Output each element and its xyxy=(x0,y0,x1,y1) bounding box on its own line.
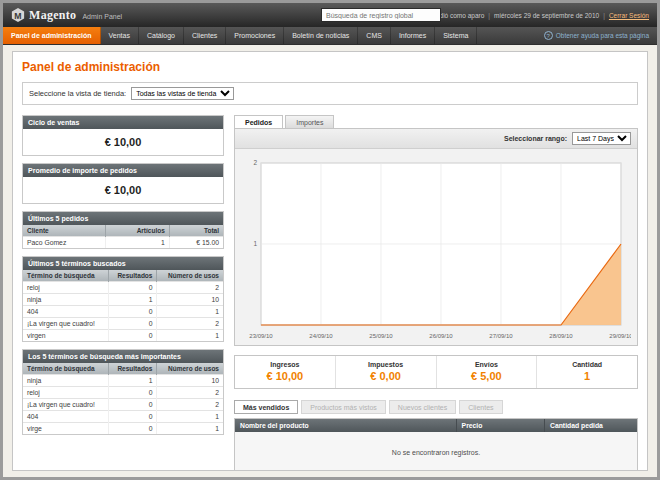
table-row[interactable]: 40401 xyxy=(23,411,223,423)
table-cell: 404 xyxy=(23,411,108,423)
svg-text:26/09/10: 26/09/10 xyxy=(429,333,453,339)
total-stat: Envíos€ 5,00 xyxy=(437,356,538,388)
nav-item[interactable]: Sistema xyxy=(435,27,477,44)
store-view-bar: Seleccione la vista de tienda: Todas las… xyxy=(22,82,638,105)
table-cell: 1 xyxy=(105,237,169,249)
logout-link[interactable]: Cerrar Sesión xyxy=(609,12,649,19)
panel-title: Ciclo de ventas xyxy=(23,116,223,129)
table-cell: virge xyxy=(23,423,108,435)
panel-title: Últimos 5 términos buscados xyxy=(23,257,223,270)
table-cell: € 15.00 xyxy=(169,237,223,249)
table-cell: 10 xyxy=(157,375,223,387)
orders-chart: 1223/09/1024/09/1025/09/1026/09/1027/09/… xyxy=(241,155,631,343)
table-cell: ninja xyxy=(23,375,108,387)
nav-item[interactable]: Clientes xyxy=(184,27,226,44)
column-header: Resultados xyxy=(108,363,157,375)
table-row[interactable]: reloj02 xyxy=(23,282,223,294)
table-cell: virgen xyxy=(23,330,108,342)
bottom-tab[interactable]: Más vendidos xyxy=(234,400,298,414)
column-header: Nombre del producto xyxy=(235,419,456,432)
svg-text:1: 1 xyxy=(253,240,257,247)
column-header: Número de usos xyxy=(157,363,223,375)
help-icon: ? xyxy=(544,31,553,40)
content-background: Panel de administración Seleccione la vi… xyxy=(3,45,657,477)
table-cell: 1 xyxy=(157,423,223,435)
last-orders-table: ClienteArtículosTotalPaco Gomez1€ 15.00 xyxy=(23,225,223,248)
table-row[interactable]: ninja110 xyxy=(23,375,223,387)
svg-text:28/09/10: 28/09/10 xyxy=(549,333,573,339)
table-row[interactable]: ninja110 xyxy=(23,294,223,306)
table-cell: 2 xyxy=(157,318,223,330)
table-cell: ¡La virgen que cuadro! xyxy=(23,399,108,411)
table-cell: 0 xyxy=(108,423,157,435)
help-label: Obtener ayuda para esta página xyxy=(556,32,649,39)
last-orders-panel: Últimos 5 pedidos ClienteArtículosTotalP… xyxy=(22,211,224,249)
table-row[interactable]: ¡La virgen que cuadro!02 xyxy=(23,318,223,330)
magento-logo[interactable]: M Magento Admin Panel xyxy=(11,8,122,23)
empty-row: No se encontraron registros. xyxy=(235,432,637,471)
store-view-select[interactable]: Todas las vistas de tienda xyxy=(131,87,234,100)
table-cell: 0 xyxy=(108,387,157,399)
svg-text:25/09/10: 25/09/10 xyxy=(369,333,393,339)
stat-value: 1 xyxy=(539,370,635,382)
svg-text:23/09/10: 23/09/10 xyxy=(249,333,273,339)
table-cell: 2 xyxy=(157,399,223,411)
stat-value: € 5,00 xyxy=(439,370,535,382)
empty-message: No se encontraron registros. xyxy=(235,432,637,471)
nav-item[interactable]: Promociones xyxy=(226,27,284,44)
table-cell: ¡La virgen que cuadro! xyxy=(23,318,108,330)
main-nav-list: Panel de administraciónVentasCatálogoCli… xyxy=(3,27,477,44)
panel-title: Promedio de importe de pedidos xyxy=(23,164,223,177)
page-title: Panel de administración xyxy=(22,60,638,74)
nav-item[interactable]: Panel de administración xyxy=(3,27,101,44)
nav-item[interactable]: Ventas xyxy=(101,27,139,44)
column-header: Término de búsqueda xyxy=(23,270,108,282)
last-search-terms-table: Término de búsquedaResultadosNúmero de u… xyxy=(23,270,223,341)
range-select[interactable]: Last 7 Days xyxy=(572,132,631,145)
nav-item[interactable]: Catálogo xyxy=(139,27,184,44)
table-row[interactable]: reloj02 xyxy=(23,387,223,399)
table-row[interactable]: virge01 xyxy=(23,423,223,435)
nav-item[interactable]: CMS xyxy=(358,27,391,44)
table-cell: ninja xyxy=(23,294,108,306)
total-stat: Ingresos€ 10,00 xyxy=(235,356,336,388)
stat-label: Impuestos xyxy=(338,361,434,368)
nav-item[interactable]: Boletín de noticias xyxy=(284,27,358,44)
panel-title: Últimos 5 pedidos xyxy=(23,212,223,225)
table-row[interactable]: Paco Gomez1€ 15.00 xyxy=(23,237,223,249)
dashboard-columns: Ciclo de ventas € 10,00 Promedio de impo… xyxy=(22,115,638,471)
svg-text:2: 2 xyxy=(253,159,257,166)
table-cell: reloj xyxy=(23,282,108,294)
bottom-tab[interactable]: Clientes xyxy=(459,400,502,414)
logo-wordmark: Magento xyxy=(29,8,76,23)
logo-subtitle: Admin Panel xyxy=(82,10,122,20)
table-cell: 0 xyxy=(108,411,157,423)
column-header: Total xyxy=(169,225,223,237)
table-cell: 0 xyxy=(108,330,157,342)
column-header: Cliente xyxy=(23,225,105,237)
table-cell: reloj xyxy=(23,387,108,399)
magento-logo-icon: M xyxy=(11,8,25,22)
bottom-tab[interactable]: Nuevos clientes xyxy=(389,400,456,414)
table-cell: 1 xyxy=(157,306,223,318)
user-info: Accedió como aparo | miércoles 29 de sep… xyxy=(425,12,649,19)
chart-tab[interactable]: Importes xyxy=(285,115,334,128)
last-search-terms-panel: Últimos 5 términos buscados Término de b… xyxy=(22,256,224,342)
table-row[interactable]: ¡La virgen que cuadro!02 xyxy=(23,399,223,411)
chart-tabs: PedidosImportes xyxy=(234,115,638,128)
table-row[interactable]: virgen01 xyxy=(23,330,223,342)
bottom-tab[interactable]: Productos más vistos xyxy=(301,400,386,414)
table-cell: 2 xyxy=(157,282,223,294)
main-nav: Panel de administraciónVentasCatálogoCli… xyxy=(3,27,657,45)
nav-item[interactable]: Informes xyxy=(391,27,435,44)
dashboard-left-column: Ciclo de ventas € 10,00 Promedio de impo… xyxy=(22,115,224,471)
dashboard-right-column: PedidosImportes Seleccionar rango: Last … xyxy=(234,115,638,471)
help-link[interactable]: ? Obtener ayuda para esta página xyxy=(544,27,649,44)
column-header: Resultados xyxy=(108,270,157,282)
table-cell: 404 xyxy=(23,306,108,318)
global-search-input[interactable] xyxy=(321,8,441,22)
chart-tab[interactable]: Pedidos xyxy=(234,115,283,128)
table-row[interactable]: 40401 xyxy=(23,306,223,318)
lifetime-sales-value: € 10,00 xyxy=(23,129,223,155)
stat-label: Envíos xyxy=(439,361,535,368)
